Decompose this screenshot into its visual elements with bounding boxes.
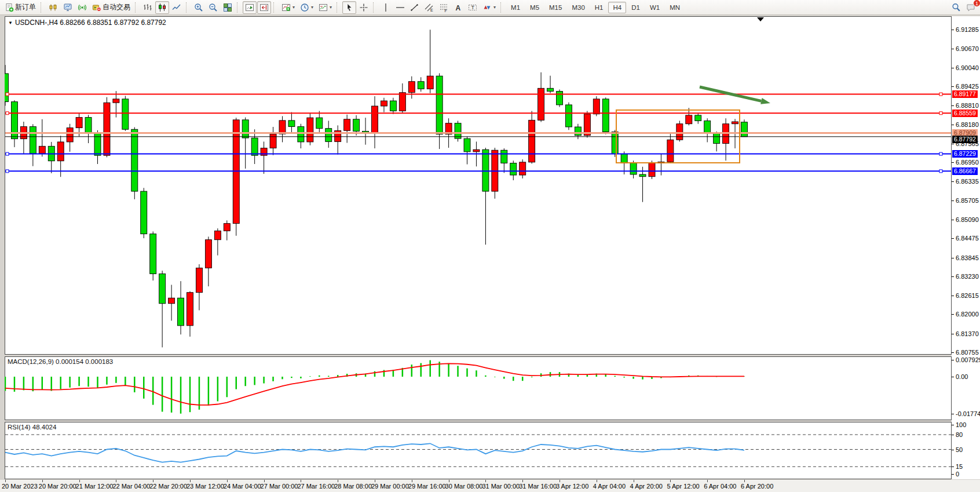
timeframe-h4-button[interactable]: H4 [608, 2, 626, 13]
hline-icon [396, 3, 405, 12]
rsi-tick-label: 80 [956, 431, 963, 438]
cursor-icon [345, 3, 354, 12]
text-label-button[interactable]: T [466, 1, 480, 14]
zoom-in-button[interactable] [192, 1, 206, 14]
toolbar-separator [373, 2, 376, 13]
timeframe-d1-button[interactable]: D1 [627, 2, 645, 13]
macd-panel-plot[interactable] [5, 356, 952, 420]
timeframe-m15-button[interactable]: M15 [544, 2, 566, 13]
axis-tick [952, 258, 954, 258]
autoscroll-icon [245, 3, 254, 12]
horizontal-line-button[interactable] [393, 1, 407, 14]
rsi-label: RSI(14) 48.4024 [8, 424, 56, 431]
candlestick-chart-button[interactable] [155, 1, 169, 14]
tile-windows-button[interactable] [221, 1, 235, 14]
indicators-button[interactable]: ▾ [279, 1, 297, 14]
periods-button[interactable]: ▾ [298, 1, 316, 14]
candlestick [602, 97, 609, 134]
time-tick-label: 4 Apr 20:00 [630, 483, 663, 490]
time-tick-label: 31 Mar 16:00 [519, 483, 557, 490]
price-tick-label: 6.82000 [956, 311, 979, 318]
line-handle[interactable] [6, 93, 9, 96]
time-axis[interactable]: 20 Mar 202320 Mar 20:0021 Mar 12:0022 Ma… [0, 479, 980, 492]
candlestick [741, 119, 748, 137]
time-axis-tick [560, 480, 560, 482]
line-chart-button[interactable] [170, 1, 184, 14]
axis-tick [952, 352, 954, 353]
toolbar-separator [273, 2, 277, 13]
chat-button[interactable]: 1 [964, 1, 978, 14]
crosshair-icon [359, 3, 368, 12]
text-button[interactable]: A [451, 1, 465, 14]
time-axis-tick [338, 480, 338, 482]
time-tick-label: 24 Mar 04:00 [224, 483, 261, 490]
candlestick [565, 103, 572, 130]
line-handle[interactable] [6, 152, 9, 155]
line-handle[interactable] [939, 112, 942, 115]
time-tick-label: 20 Mar 20:00 [39, 483, 76, 490]
time-tick-label: 29 Mar 00:00 [371, 483, 409, 490]
price-line-label: 6.87229 [952, 150, 978, 158]
line-handle[interactable] [939, 170, 942, 173]
svg-text:F: F [445, 8, 447, 12]
chart-title-collapse-icon[interactable]: ▼ [8, 20, 13, 25]
price-tick-label: 6.85705 [956, 197, 979, 204]
vertical-line-button[interactable] [379, 1, 393, 14]
bar-chart-button[interactable] [141, 1, 155, 14]
timeframe-w1-button[interactable]: W1 [645, 2, 664, 13]
macd-label: MACD(12,26,9) 0.000154 0.000183 [8, 358, 113, 365]
time-tick-label: 5 Apr 12:00 [667, 483, 699, 490]
rsi-tick-label: 0 [956, 471, 959, 478]
candlestick [612, 130, 618, 157]
search-button[interactable] [949, 1, 963, 14]
signals-button[interactable] [75, 1, 89, 14]
templates-button[interactable]: ▾ [316, 1, 334, 14]
autotrading-button[interactable]: 自动交易 [90, 1, 133, 14]
axis-tick [952, 125, 954, 125]
macd-tick-label: -0.017743 [956, 410, 980, 417]
line-handle[interactable] [939, 152, 942, 155]
time-tick-label: 31 Mar 00:00 [482, 483, 520, 490]
price-tick-label: 6.86335 [956, 178, 979, 185]
candles-icon [158, 3, 167, 12]
cursor-button[interactable] [342, 1, 356, 14]
axis-tick [952, 181, 954, 182]
equidistant-channel-button[interactable]: E [422, 1, 436, 14]
main-chart-plot[interactable] [5, 16, 952, 355]
axis-tick [952, 377, 954, 377]
time-axis-tick [707, 480, 708, 482]
ticks-button[interactable] [46, 1, 60, 14]
timeframe-h1-button[interactable]: H1 [590, 2, 608, 13]
price-line-label: 6.86667 [952, 167, 978, 175]
timeframe-mn-button[interactable]: MN [665, 2, 685, 13]
time-axis-tick [264, 480, 265, 482]
timeframe-m1-button[interactable]: M1 [506, 2, 525, 13]
time-tick-label: 28 Mar 08:00 [334, 483, 372, 490]
time-tick-label: 27 Mar 00:00 [261, 483, 298, 490]
price-axis[interactable]: 6.912856.906706.900406.894256.888106.881… [952, 16, 980, 479]
new-order-button[interactable]: 新订单 [2, 1, 38, 14]
arrows-button[interactable]: ▾ [480, 1, 498, 14]
rsi-tick-label: 50 [956, 446, 963, 453]
zoom-out-button[interactable] [206, 1, 220, 14]
market-watch-button[interactable] [61, 1, 75, 14]
chevron-down-icon: ▾ [493, 5, 496, 10]
fibonacci-button[interactable]: F [437, 1, 451, 14]
line-handle[interactable] [939, 93, 942, 96]
time-tick-label: 6 Apr 20:00 [741, 483, 773, 490]
line-handle[interactable] [6, 170, 9, 173]
axis-tick [952, 314, 954, 315]
chart-shift-button[interactable] [257, 1, 271, 14]
axis-tick [952, 220, 954, 220]
timeframe-m30-button[interactable]: M30 [567, 2, 589, 13]
rsi-panel-plot[interactable] [5, 422, 952, 479]
trading-terminal: 新订单自动交易▾▾▾EFAT▾M1M5M15M30H1H4D1W1MN1 ▼US… [0, 0, 980, 492]
timeframe-m5-button[interactable]: M5 [525, 2, 544, 13]
time-tick-label: 23 Mar 12:00 [187, 483, 224, 490]
axis-tick [952, 30, 954, 30]
trendline-button[interactable] [408, 1, 422, 14]
candlestick [677, 121, 683, 141]
auto-scroll-button[interactable] [243, 1, 257, 14]
crosshair-button[interactable] [357, 1, 371, 14]
line-handle[interactable] [6, 112, 9, 115]
